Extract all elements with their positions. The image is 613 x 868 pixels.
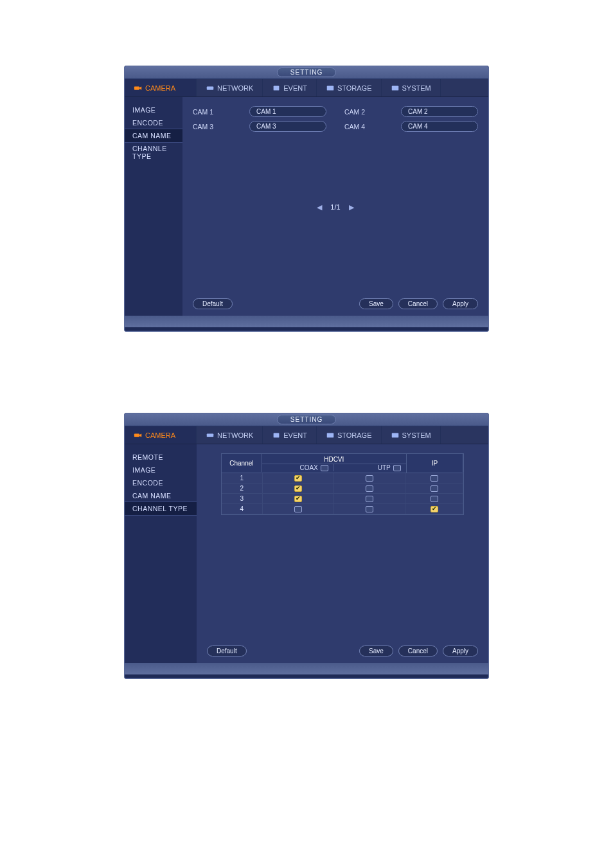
system-icon	[391, 84, 400, 92]
utp-checkbox[interactable]	[366, 475, 373, 482]
svg-rect-8	[327, 433, 334, 437]
ip-checkbox[interactable]	[431, 506, 438, 512]
tab-event[interactable]: EVENT	[263, 79, 317, 96]
action-row: Default Save Cancel Apply	[207, 646, 478, 656]
tab-camera[interactable]: CAMERA	[125, 79, 197, 96]
sidebar-item-camname[interactable]: CAM NAME	[125, 489, 197, 502]
save-button[interactable]: Save	[359, 646, 393, 656]
table-row: 3	[222, 494, 463, 504]
coax-checkbox[interactable]	[294, 506, 302, 512]
sidebar-item-remote[interactable]: REMOTE	[125, 451, 197, 464]
tab-system[interactable]: SYSTEM	[382, 426, 441, 444]
tab-storage-label: STORAGE	[337, 84, 372, 92]
ip-checkbox[interactable]	[431, 485, 438, 492]
coax-header-checkbox[interactable]	[321, 465, 328, 471]
title-bar: SETTING	[125, 66, 488, 79]
table-row: 1	[222, 473, 463, 484]
settings-window-camname: SETTING CAMERA NETWORK EVENT	[124, 66, 489, 332]
utp-header-checkbox[interactable]	[393, 465, 401, 471]
svg-rect-2	[274, 86, 280, 90]
tab-network[interactable]: NETWORK	[197, 79, 263, 96]
sidebar: IMAGE ENCODE CAM NAME CHANNLE TYPE	[125, 97, 182, 316]
table-row: 2	[222, 484, 463, 494]
tab-network-label: NETWORK	[217, 431, 253, 439]
ip-checkbox[interactable]	[431, 496, 438, 502]
tab-event[interactable]: EVENT	[263, 426, 317, 444]
top-tabs: CAMERA NETWORK EVENT STORAGE	[125, 79, 488, 97]
tab-storage[interactable]: STORAGE	[317, 79, 382, 96]
window-title: SETTING	[277, 68, 336, 77]
tab-camera[interactable]: CAMERA	[125, 426, 197, 444]
pager: ◀ 1/1 ▶	[193, 203, 478, 212]
next-arrow-icon[interactable]: ▶	[349, 203, 354, 212]
apply-button[interactable]: Apply	[443, 646, 478, 656]
utp-checkbox[interactable]	[366, 496, 373, 502]
cam2-input[interactable]: CAM 2	[401, 106, 478, 117]
tab-network[interactable]: NETWORK	[197, 426, 263, 444]
channel-number: 2	[222, 484, 263, 493]
sidebar-item-image[interactable]: IMAGE	[125, 464, 197, 476]
utp-checkbox[interactable]	[366, 485, 373, 492]
col-hdcvi: HDCVI	[262, 455, 406, 464]
sidebar-item-encode[interactable]: ENCODE	[125, 116, 182, 129]
svg-rect-5	[134, 433, 139, 437]
cam-name-grid: CAM 1 CAM 1 CAM 2 CAM 2 CAM 3 CAM 3 CAM …	[193, 106, 478, 132]
network-icon	[206, 84, 215, 92]
main-panel: Channel HDCVI COAX UTP	[197, 444, 488, 663]
footer-bar	[125, 316, 488, 327]
tab-network-label: NETWORK	[217, 84, 253, 92]
ip-checkbox[interactable]	[431, 475, 438, 482]
channel-number: 1	[222, 473, 263, 483]
col-utp: UTP	[378, 464, 391, 471]
tab-system[interactable]: SYSTEM	[382, 79, 441, 96]
tab-system-label: SYSTEM	[402, 84, 431, 92]
title-bar: SETTING	[125, 413, 488, 426]
sidebar-item-channeltype[interactable]: CHANNEL TYPE	[125, 502, 197, 515]
svg-rect-1	[207, 86, 214, 89]
col-channel: Channel	[222, 454, 262, 472]
footer-bar	[125, 663, 488, 674]
coax-checkbox[interactable]	[294, 485, 302, 492]
cancel-button[interactable]: Cancel	[398, 298, 438, 309]
channel-number: 4	[222, 504, 263, 514]
sidebar-item-channletype[interactable]: CHANNLE TYPE	[125, 142, 182, 163]
tab-camera-label: CAMERA	[145, 84, 175, 92]
sidebar: REMOTE IMAGE ENCODE CAM NAME CHANNEL TYP…	[125, 444, 197, 663]
top-tabs: CAMERA NETWORK EVENT STORAGE	[125, 426, 488, 444]
pager-text: 1/1	[330, 203, 340, 211]
coax-checkbox[interactable]	[294, 496, 302, 502]
prev-arrow-icon[interactable]: ◀	[317, 203, 322, 212]
table-row: 4	[222, 504, 463, 514]
default-button[interactable]: Default	[193, 298, 233, 309]
cam1-label: CAM 1	[193, 106, 231, 117]
tab-storage[interactable]: STORAGE	[317, 426, 382, 444]
svg-rect-0	[134, 86, 139, 89]
apply-button[interactable]: Apply	[443, 298, 478, 309]
cam4-input[interactable]: CAM 4	[401, 121, 478, 132]
cam3-label: CAM 3	[193, 121, 231, 132]
tab-camera-label: CAMERA	[145, 431, 175, 439]
cam4-label: CAM 4	[344, 121, 383, 132]
save-button[interactable]: Save	[359, 298, 393, 309]
channel-number: 3	[222, 494, 263, 503]
sidebar-item-camname[interactable]: CAM NAME	[125, 129, 182, 142]
col-ip: IP	[407, 454, 463, 472]
tab-event-label: EVENT	[283, 431, 307, 439]
network-icon	[206, 431, 215, 439]
svg-rect-7	[274, 433, 280, 437]
col-coax: COAX	[299, 464, 317, 471]
default-button[interactable]: Default	[207, 646, 247, 656]
sidebar-item-image[interactable]: IMAGE	[125, 104, 182, 116]
tab-event-label: EVENT	[283, 84, 307, 92]
svg-rect-9	[391, 433, 398, 437]
channel-type-table: Channel HDCVI COAX UTP	[221, 453, 464, 515]
svg-rect-6	[207, 433, 214, 437]
utp-checkbox[interactable]	[366, 506, 373, 512]
coax-checkbox[interactable]	[294, 475, 302, 482]
svg-rect-3	[327, 86, 334, 90]
cam3-input[interactable]: CAM 3	[249, 121, 326, 132]
cam1-input[interactable]: CAM 1	[249, 106, 326, 117]
event-icon	[272, 84, 281, 92]
cancel-button[interactable]: Cancel	[398, 646, 438, 656]
sidebar-item-encode[interactable]: ENCODE	[125, 476, 197, 489]
